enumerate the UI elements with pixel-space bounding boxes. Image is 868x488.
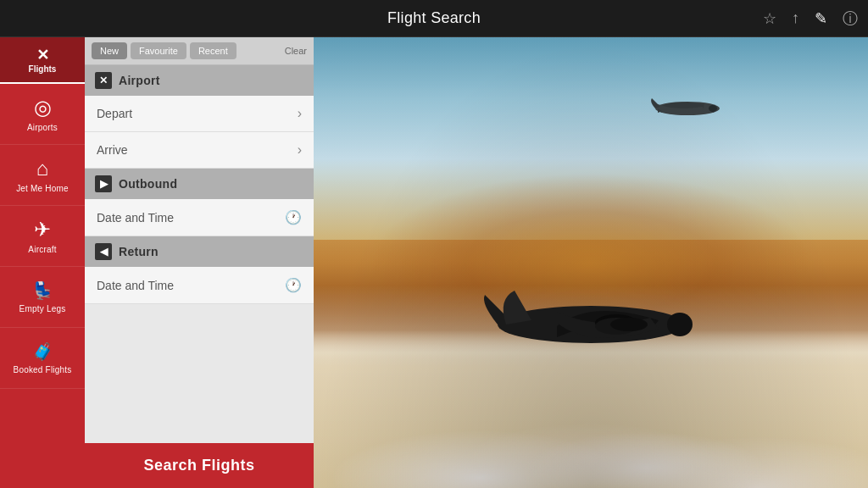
hero-image (314, 37, 868, 488)
arrive-chevron-icon: › (298, 142, 302, 158)
main-content: ✕ Flights ◎ Airports ⌂ Jet Me Home ✈ Air… (0, 37, 868, 488)
arrive-row[interactable]: Arrive › (85, 132, 314, 169)
sidebar-item-booked-flights-label: Booked Flights (14, 365, 72, 374)
sidebar: ✕ Flights ◎ Airports ⌂ Jet Me Home ✈ Air… (0, 37, 85, 488)
app-header: Flight Search ☆ ↑ ✎ ⓘ (0, 0, 868, 37)
sidebar-item-jet-me-home[interactable]: ⌂ Jet Me Home (0, 145, 85, 206)
tab-favourite[interactable]: Favourite (131, 42, 186, 59)
empty-legs-icon: 💺 (32, 280, 53, 301)
search-flights-button[interactable]: Search Flights (85, 443, 314, 488)
sidebar-item-empty-legs[interactable]: 💺 Empty Legs (0, 267, 85, 328)
airports-icon: ◎ (34, 96, 52, 119)
depart-label: Depart (97, 107, 132, 120)
header-actions: ☆ ↑ ✎ ⓘ (763, 8, 858, 29)
tab-new[interactable]: New (92, 42, 127, 59)
main-airplane (472, 274, 709, 375)
svg-point-1 (667, 313, 693, 336)
airport-section-icon: ✕ (95, 72, 112, 89)
tab-recent[interactable]: Recent (190, 42, 236, 59)
image-overlay (314, 37, 868, 488)
sidebar-item-aircraft-label: Aircraft (28, 245, 56, 254)
outbound-datetime-row[interactable]: Date and Time 🕐 (85, 199, 314, 236)
return-clock-icon: 🕐 (285, 277, 302, 293)
sidebar-item-aircraft[interactable]: ✈ Aircraft (0, 206, 85, 267)
form-panel: New Favourite Recent Clear ✕ Airport Dep… (85, 37, 314, 488)
edit-icon[interactable]: ✎ (815, 9, 827, 28)
sidebar-item-flights[interactable]: ✕ Flights (0, 37, 85, 84)
sidebar-item-empty-legs-label: Empty Legs (19, 304, 66, 313)
airport-section-header: ✕ Airport (85, 65, 314, 96)
outbound-section-icon: ▶ (95, 175, 112, 192)
return-datetime-row[interactable]: Date and Time 🕐 (85, 267, 314, 304)
aircraft-icon: ✈ (34, 218, 51, 241)
jet-me-home-icon: ⌂ (36, 157, 49, 180)
share-icon[interactable]: ↑ (792, 9, 799, 27)
return-section-label: Return (119, 245, 159, 258)
svg-point-4 (610, 318, 648, 331)
sidebar-item-airports[interactable]: ◎ Airports (0, 84, 85, 145)
outbound-section-label: Outbound (119, 177, 177, 191)
return-datetime-label: Date and Time (97, 279, 174, 292)
arrive-label: Arrive (97, 143, 128, 157)
booked-flights-icon: 🧳 (32, 341, 53, 362)
sidebar-item-booked-flights[interactable]: 🧳 Booked Flights (0, 328, 85, 389)
depart-chevron-icon: › (298, 106, 302, 121)
sidebar-item-airports-label: Airports (27, 123, 58, 132)
small-airplane (645, 92, 730, 125)
outbound-section-header: ▶ Outbound (85, 169, 314, 199)
flights-close-icon: ✕ (36, 46, 49, 64)
outbound-datetime-label: Date and Time (97, 211, 174, 225)
sidebar-item-flights-label: Flights (29, 64, 57, 74)
info-icon[interactable]: ⓘ (843, 8, 858, 29)
depart-row[interactable]: Depart › (85, 96, 314, 132)
sidebar-item-jet-me-home-label: Jet Me Home (16, 184, 69, 193)
airport-section-label: Airport (119, 74, 160, 87)
star-icon[interactable]: ☆ (763, 9, 776, 28)
return-section-header: ◀ Return (85, 236, 314, 267)
clear-button[interactable]: Clear (285, 46, 307, 56)
svg-point-8 (709, 105, 717, 112)
page-title: Flight Search (387, 9, 481, 27)
return-section-icon: ◀ (95, 243, 112, 260)
outbound-clock-icon: 🕐 (285, 209, 302, 225)
tab-bar: New Favourite Recent Clear (85, 37, 314, 65)
